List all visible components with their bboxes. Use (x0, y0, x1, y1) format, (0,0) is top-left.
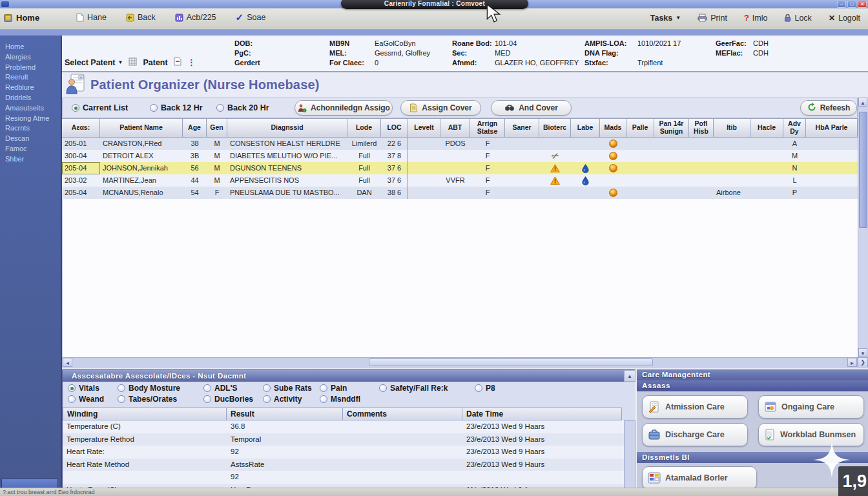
grid-column-header-palle[interactable]: Palle (626, 119, 654, 137)
grid-column-header-patient-name[interactable]: Patient Name (100, 119, 183, 137)
assessment-radio-p8[interactable]: P8 (475, 384, 495, 393)
toolbar-item-logolt[interactable]: ✕Logolt (829, 13, 860, 23)
toolbar-item-acb-225[interactable]: Acb/225 (175, 13, 216, 22)
more-options-icon[interactable]: ⋮ (187, 59, 196, 67)
toolbar-item-back[interactable]: Back (126, 13, 156, 22)
vertical-scroll-thumb[interactable] (859, 112, 867, 228)
grid-column-header-diagnssid[interactable]: Diagnssid (227, 119, 347, 137)
sidebar-item-problemd[interactable]: Problemd (5, 63, 61, 73)
view-radio-carrent-list[interactable]: Carrent List (72, 103, 128, 112)
sidebar-item-resiong-atme[interactable]: Resiong Atme (5, 114, 61, 124)
sidebar-item-redblure[interactable]: Redblure (5, 83, 61, 93)
patient-row[interactable]: 300-04DETROIT ALEX3BMDIABETES MELUTHO W/… (62, 150, 858, 162)
grid-column-header-itib[interactable]: Itib (714, 119, 750, 137)
view-radio-back-12-hr[interactable]: Back 12 Hr (150, 103, 203, 112)
result-row[interactable]: 92 (63, 471, 634, 484)
sidebar-item-alergies[interactable]: Alergies (5, 52, 61, 63)
toolbar-item-tasks[interactable]: Tasks▼ (650, 13, 681, 23)
assessment-radio-activity[interactable]: Activity (263, 395, 302, 404)
grid-column-header-levelt[interactable]: Levelt (408, 119, 440, 137)
scroll-left-icon[interactable]: ◂ (63, 358, 72, 367)
patient-row[interactable]: 203-02MARTINEZ,Jean44MAPPENSECITIS NOSFu… (62, 174, 858, 187)
button-assign-cover[interactable]: Assign Cover (400, 100, 481, 116)
view-radio-back-20-hr[interactable]: Back 20 Hr (216, 103, 269, 112)
assessment-radio-pain[interactable]: Pain (320, 384, 347, 393)
grid-column-header-mads[interactable]: Mads (600, 119, 626, 137)
toolbar-item-soae[interactable]: ✓Soae (236, 13, 266, 22)
results-column-header-winding[interactable]: Winding (63, 408, 227, 420)
button-achonniledgn-assigo[interactable]: Achonniledgn Assigo (294, 100, 393, 116)
grid-column-header-age[interactable]: Age (183, 119, 207, 137)
assessment-radio-msnddfl[interactable]: Msnddfl (320, 395, 360, 404)
assessment-radio-sube-rats[interactable]: Sube Rats (263, 384, 312, 393)
grid-column-header-pan-14r-sunign[interactable]: Pan 14r Sunign (654, 119, 689, 137)
assessment-radio-tabes-orates[interactable]: Tabes/Orates (118, 395, 177, 404)
button-discharge-care[interactable]: Discharge Care (642, 423, 748, 446)
scroll-right-icon[interactable]: ▸ (847, 358, 857, 367)
grid-column-header-gen[interactable]: Gen (207, 119, 227, 137)
grid-column-header-pofl-hisb[interactable]: Pofl Hisb (689, 119, 714, 137)
assessment-radio-vitals[interactable]: Vitals (68, 384, 99, 393)
toolbar-item-print[interactable]: Print (698, 13, 727, 23)
sidebar-item-racrnts[interactable]: Racrnts (5, 123, 61, 134)
assessment-radio-ducbories[interactable]: DucBories (203, 395, 253, 404)
horizontal-scrollbar[interactable]: ◂ ▸ (62, 357, 858, 367)
grid-column-header-loc[interactable]: LOC (381, 119, 408, 137)
sidebar-item-reerult[interactable]: Reerult (5, 72, 61, 83)
patient-row[interactable]: 205-04JOHNSON,Jennikah56MDGUNSON TEENENS… (62, 162, 858, 174)
patient-document-icon[interactable] (174, 57, 181, 68)
result-row[interactable]: Temperature RethodTemporal23/e/2013 Wed … (63, 433, 634, 446)
results-column-header-date-time[interactable]: Date Time (462, 408, 622, 420)
button-and-cover[interactable]: And Cover (491, 100, 572, 116)
vertical-scrollbar[interactable]: ▴ ▾ (858, 98, 868, 357)
toolbar-item-lock[interactable]: Lock (784, 13, 811, 23)
sidebar-item-home[interactable]: Home (5, 42, 61, 52)
select-patient-button[interactable]: Select Patent ▼ (65, 58, 123, 67)
patient-row[interactable]: 205-04MCNANUS,Renalo54FPNEUSLAMA DUE TU … (62, 187, 858, 199)
scrollbar-corner[interactable]: ❯ (858, 357, 868, 367)
assessment-radio-body-mosture[interactable]: Body Mosture (118, 384, 180, 393)
grid-column-header-adv-dy[interactable]: Adv Dy (783, 119, 806, 137)
grid-column-header-saner[interactable]: Saner (505, 119, 539, 137)
patient-button[interactable]: Patent (143, 58, 167, 67)
grid-column-header-hacle[interactable]: Hacle (750, 119, 783, 137)
result-row[interactable]: Heart Rate:9223/e/2013 Wed 9 Haars (63, 446, 634, 459)
assessment-radio-safety-fall-re-k[interactable]: Safety/Fall Re:k (379, 384, 448, 393)
scroll-down-icon[interactable]: ▾ (858, 348, 867, 357)
results-column-header-comments[interactable]: Comments (343, 408, 462, 420)
refresh-button[interactable]: Refeesh (800, 100, 857, 116)
button-workblad-bunmsen[interactable]: Workblad Bunmsen (758, 423, 864, 446)
grid-column-header-abt[interactable]: ABT (440, 119, 470, 137)
patient-row[interactable]: 205-01CRANSTON,FRed38MCONSESTON HEALST H… (62, 138, 858, 150)
close-button[interactable]: ✕ (858, 1, 867, 8)
toolbar-item-hane[interactable]: Hane (76, 13, 107, 22)
toolbar-item-imlo[interactable]: ?Imlo (744, 13, 768, 23)
sidebar-item-descan[interactable]: Descan (5, 134, 61, 144)
assessment-radio-weand[interactable]: Weand (68, 395, 104, 404)
grid-column-header-a-s[interactable]: Aεαs: (62, 119, 100, 137)
sidebar-bottom-item[interactable] (1, 479, 58, 488)
button-ongaing-care[interactable]: Ongaing Care (758, 395, 864, 418)
results-scrollbar[interactable] (624, 420, 636, 496)
grid-column-header-arrign-statse[interactable]: Arrign Statse (470, 119, 505, 137)
result-row[interactable]: Heart Rate MethodAstssRate23/e/2013 Wed … (63, 459, 634, 471)
maximize-button[interactable]: □ (847, 1, 856, 8)
result-row[interactable]: Temperature (C)36.823/e/2013 Wed 9 Haars (63, 420, 634, 433)
grid-column-header-labe[interactable]: Labe (571, 119, 600, 137)
button-atmission-care[interactable]: Atmission Care (642, 395, 748, 418)
results-column-header-result[interactable]: Result (227, 408, 343, 420)
button-atamalad-borler[interactable]: Atamalad Borler (642, 466, 757, 490)
assessment-radio-adl-s[interactable]: ADL'S (203, 384, 238, 393)
results-scroll-up-icon[interactable]: ▴ (624, 370, 636, 382)
minimize-button[interactable]: – (837, 1, 846, 8)
sidebar-item-famoc[interactable]: Famoc (5, 144, 61, 154)
patient-list-icon[interactable] (129, 57, 137, 68)
grid-column-header-lode[interactable]: Lode (347, 119, 381, 137)
scroll-up-icon[interactable]: ▴ (858, 98, 867, 107)
sidebar-item-amasutseits[interactable]: Amasutseits (5, 103, 61, 114)
grid-column-header-hba-parle[interactable]: HbA Parle (806, 119, 858, 137)
sidebar-item-dridrlels[interactable]: Dridrlels (5, 93, 61, 103)
grid-column-header-bioterc[interactable]: Bioterc (539, 119, 571, 137)
sidebar-item-shber[interactable]: Shber (5, 154, 61, 165)
horizontal-scroll-thumb[interactable] (369, 358, 653, 366)
